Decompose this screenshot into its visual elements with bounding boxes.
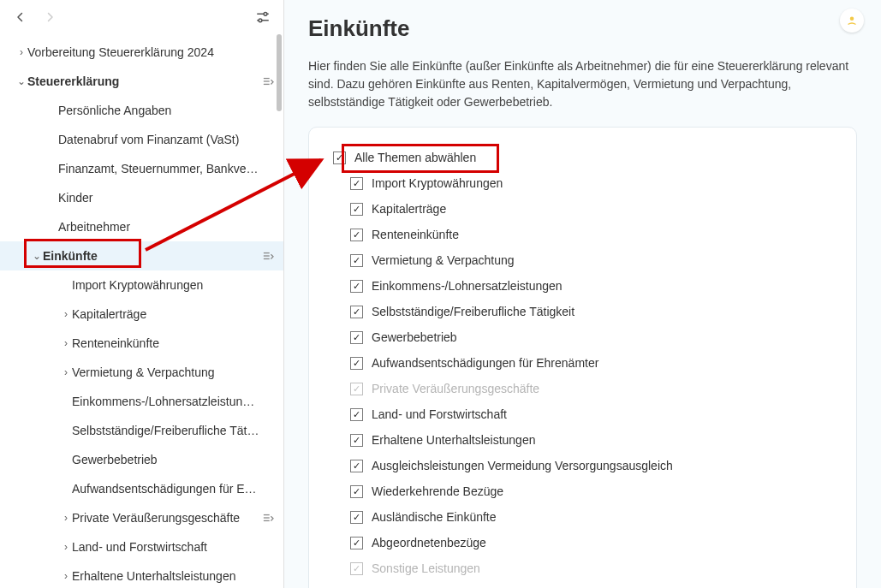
option-label: Abgeordnetenbezüge [372,536,486,549]
chevron-right-icon: › [60,570,72,582]
tree-row[interactable]: Einkommens-/Lohnersatzleistungen [0,387,283,416]
tree-row[interactable]: ›Erhaltene Unterhaltsleistungen [0,561,283,588]
sidebar-scrollbar[interactable] [277,34,282,588]
option-checkbox[interactable] [350,460,363,472]
sliders-icon [255,10,271,24]
option-row: Private Veräußerungsgeschäfte [350,376,832,401]
option-row: Sonstige Leistungen [350,555,832,581]
tree-row[interactable]: Datenabruf vom Finanzamt (VaSt) [0,125,283,154]
option-checkbox[interactable] [350,203,363,216]
option-checkbox[interactable] [350,254,363,267]
option-row[interactable]: Aufwandsentschädigungen für Ehrenämter [350,350,832,376]
back-button[interactable] [10,7,31,27]
tree-row-label: Datenabruf vom Finanzamt (VaSt) [58,133,259,146]
page-title: Einkünfte [308,15,857,42]
option-row[interactable]: Einkommens-/Lohnersatzleistungen [350,273,832,299]
option-row[interactable]: Gewerbebetrieb [350,324,832,350]
tree-row[interactable]: Finanzamt, Steuernummer, Bankverbindung [0,154,283,183]
tree-row[interactable]: Persönliche Angaben [0,96,283,125]
tree-row[interactable]: Selbstständige/Freiberufliche Tätigkeit [0,416,283,445]
option-row[interactable]: Wiederkehrende Bezüge [350,478,832,504]
chevron-down-icon: ⌄ [15,75,27,87]
option-label: Renteneinkünfte [372,228,459,241]
option-checkbox[interactable] [350,408,363,421]
svg-point-13 [850,17,854,21]
option-label: Private Veräußerungsgeschäfte [372,382,539,395]
option-checkbox[interactable] [350,511,363,524]
option-row[interactable]: Import Kryptowährungen [350,170,832,196]
select-all-row[interactable]: Alle Themen abwählen [333,145,832,170]
option-row[interactable]: Ausländische Einkünfte [350,504,832,530]
tree-row-label: Kapitalerträge [72,307,259,321]
option-checkbox[interactable] [350,177,363,190]
option-row[interactable]: Kapitalerträge [350,196,832,222]
option-checkbox[interactable] [350,434,363,447]
help-badge[interactable] [840,9,864,33]
svg-point-1 [264,12,267,15]
nav-tree[interactable]: ›Vorbereitung Steuererklärung 2024⌄Steue… [0,34,283,588]
option-label: Vermietung & Verpachtung [372,253,515,267]
tree-row[interactable]: ⌄Einkünfte [0,241,283,270]
app-root: ›Vorbereitung Steuererklärung 2024⌄Steue… [0,0,881,588]
select-all-checkbox[interactable] [333,151,346,164]
option-checkbox[interactable] [350,357,363,370]
option-checkbox[interactable] [350,485,363,498]
option-row[interactable]: Renteneinkünfte [350,222,832,247]
tree-row[interactable]: ›Vorbereitung Steuererklärung 2024 [0,38,283,67]
tree-row-label: Finanzamt, Steuernummer, Bankverbindung [58,162,259,175]
tree-row-label: Selbstständige/Freiberufliche Tätigkeit [72,424,259,437]
option-row[interactable]: Ausgleichsleistungen Vermeidung Versorgu… [350,453,832,478]
option-checkbox[interactable] [350,306,363,318]
option-label: Aufwandsentschädigungen für Ehrenämter [372,356,598,370]
row-action-icon[interactable] [259,247,277,264]
tree-row-label: Arbeitnehmer [58,220,259,234]
pin-icon [844,13,860,28]
tree-row[interactable]: ›Renteneinkünfte [0,329,283,358]
option-checkbox[interactable] [350,229,363,241]
chevron-right-icon: › [15,46,27,58]
arrow-left-icon [13,9,28,25]
tree-row[interactable]: ›Private Veräußerungsgeschäfte [0,503,283,532]
tree-row[interactable]: Arbeitnehmer [0,212,283,241]
tree-row-label: Erhaltene Unterhaltsleistungen [72,569,259,583]
option-label: Ausgleichsleistungen Vermeidung Versorgu… [372,459,673,472]
tree-row[interactable]: Gewerbebetrieb [0,445,283,474]
tree-row-label: Kinder [58,191,259,205]
option-row[interactable]: Abgeordnetenbezüge [350,530,832,555]
tree-row-label: Steuererklärung [27,74,259,88]
option-row[interactable]: Selbstständige/Freiberufliche Tätigkeit [350,299,832,324]
option-label: Kapitalerträge [372,202,446,216]
row-action-icon[interactable] [259,73,277,90]
option-row[interactable]: Erhaltene Unterhaltsleistungen [350,427,832,453]
forward-button[interactable] [39,7,60,27]
tree-row[interactable]: Aufwandsentschädigungen für Ehrenämter [0,474,283,503]
arrow-right-icon [42,9,57,25]
tree-row[interactable]: Kinder [0,183,283,212]
option-label: Land- und Forstwirtschaft [372,407,507,421]
tree-row[interactable]: ›Land- und Forstwirtschaft [0,532,283,561]
filter-button[interactable] [253,7,273,27]
tree-row[interactable]: ⌄Steuererklärung [0,67,283,96]
option-label: Gewerbebetrieb [372,330,457,344]
option-checkbox [350,562,363,575]
tree-row-label: Aufwandsentschädigungen für Ehrenämter [72,482,259,496]
option-label: Ausländische Einkünfte [372,510,497,524]
scrollbar-thumb[interactable] [277,34,282,111]
option-label: Einkommens-/Lohnersatzleistungen [372,279,563,293]
chevron-right-icon: › [60,541,72,553]
tree-row[interactable]: Import Kryptowährungen [0,270,283,300]
options-list: Import KryptowährungenKapitalerträgeRent… [333,170,832,581]
tree-row-label: Einkünfte [43,249,259,263]
option-row[interactable]: Land- und Forstwirtschaft [350,401,832,427]
option-row[interactable]: Vermietung & Verpachtung [350,247,832,273]
tree-row[interactable]: ›Vermietung & Verpachtung [0,358,283,387]
option-checkbox[interactable] [350,537,363,549]
option-checkbox[interactable] [350,331,363,344]
svg-point-3 [259,19,262,22]
option-checkbox[interactable] [350,280,363,293]
page-description: Hier finden Sie alle Einkünfte (außer Ei… [308,57,856,111]
chevron-right-icon: › [60,308,72,320]
tree-row[interactable]: ›Kapitalerträge [0,300,283,329]
option-label: Import Kryptowährungen [372,176,503,190]
row-action-icon[interactable] [259,509,277,526]
